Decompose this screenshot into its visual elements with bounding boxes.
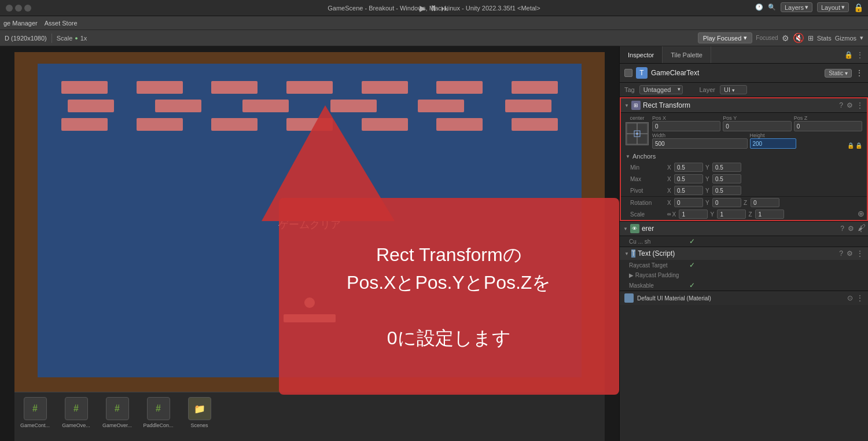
layers-dropdown[interactable]: Layers ▾ [781, 2, 812, 12]
layout-label: Layout [821, 4, 840, 11]
play-focused-button[interactable]: Play Focused ▾ [698, 32, 753, 43]
raycast-padding-row[interactable]: ▶ Raycast Padding [620, 270, 868, 280]
layers-label: Layers [785, 4, 804, 11]
file-icon-scenes: 📁 [188, 397, 211, 420]
file-item-gamecont[interactable]: # GameCont... [19, 397, 51, 428]
anchor-max-label: Max [630, 176, 665, 182]
more-options-icon[interactable]: ⋮ [856, 51, 863, 59]
display-selector[interactable]: D (1920x1080) [5, 35, 47, 42]
pos-z-input[interactable] [794, 121, 862, 131]
go-menu-button[interactable]: ⋮ [855, 68, 863, 78]
scale-z-input[interactable] [755, 210, 784, 219]
aspect-icon[interactable]: ⚙ [782, 34, 789, 43]
anchor-min-y-input[interactable] [712, 163, 741, 172]
paint-icon[interactable]: 🖌 [858, 223, 866, 232]
width-input[interactable] [652, 138, 748, 149]
tab-tile-palette[interactable]: Tile Palette [663, 46, 711, 63]
pause-button[interactable]: ⏸ [429, 3, 437, 13]
rot-z-input[interactable] [751, 198, 779, 207]
brick-row-1 [49, 81, 570, 94]
go-active-checkbox[interactable] [624, 69, 632, 77]
lock-panel-icon[interactable]: 🔒 [844, 51, 853, 59]
rot-x-input[interactable] [674, 198, 703, 207]
more-icon[interactable]: ⋮ [856, 101, 863, 109]
file-label-paddlecon: PaddleCon... [143, 422, 173, 428]
minimize-btn[interactable] [15, 5, 22, 12]
mute-icon[interactable]: 🔇 [793, 32, 804, 43]
stats-grid-icon[interactable]: ⊞ [808, 34, 814, 42]
pos-x-input[interactable] [652, 121, 720, 131]
lock-height-btn[interactable]: 🔒 [855, 142, 862, 149]
text-help-icon[interactable]: ? [839, 249, 843, 258]
layout-dropdown[interactable]: Layout ▾ [817, 2, 849, 12]
tab-inspector[interactable]: Inspector [620, 46, 663, 63]
scale-dot: ● [75, 35, 78, 41]
brick [137, 118, 183, 131]
raycast-padding-label: Raycast Padding [635, 272, 679, 278]
anchor-max-x-item: X [667, 174, 703, 183]
canvas-renderer-header[interactable]: ▼ 👁 erer ? ⚙ ⋮ [620, 222, 868, 236]
history-icon[interactable]: 🕐 [755, 3, 763, 11]
renderer-collapse-icon: ▼ [623, 226, 628, 231]
play-button[interactable]: ▶ [420, 3, 426, 13]
file-item-paddlecon[interactable]: # PaddleCon... [142, 397, 174, 428]
lock-width-btn[interactable]: 🔒 [847, 142, 854, 149]
height-input[interactable] [750, 138, 796, 149]
scale-value: 1x [80, 35, 87, 42]
tag-dropdown[interactable]: Untagged ▾ [639, 85, 683, 94]
material-options-icon[interactable]: ⋮ [856, 294, 863, 302]
scale-group: ∞ X Y Z [667, 210, 858, 219]
tag-chevron: ▾ [678, 86, 681, 92]
lock-icon[interactable]: 🔒 [854, 3, 863, 12]
gizmos-chevron: ▾ [860, 34, 863, 42]
search-icon[interactable]: 🔍 [768, 3, 776, 11]
anchor-max-x-input[interactable] [674, 174, 703, 183]
renderer-help-icon[interactable]: ? [840, 225, 844, 233]
anchor-widget[interactable] [626, 122, 649, 145]
settings-icon[interactable]: ⚙ [847, 101, 853, 109]
anchor-max-y-input[interactable] [712, 174, 741, 183]
text-title: Text (Script) [638, 249, 837, 258]
material-name[interactable]: Default UI Material (Material) [637, 295, 844, 302]
scale-y-input[interactable] [717, 210, 746, 219]
pivot-x-input[interactable] [674, 186, 703, 195]
text-settings-icon[interactable]: ⚙ [847, 249, 853, 258]
pos-y-input[interactable] [723, 121, 791, 131]
file-icon-gamecont: # [24, 397, 47, 420]
file-item-gameover2[interactable]: # GameOver... [101, 397, 133, 428]
maskable-checkmark: ✓ [689, 281, 695, 289]
tab-asset-store[interactable]: Asset Store [45, 20, 78, 27]
pivot-y-input[interactable] [712, 186, 741, 195]
anchors-header[interactable]: ▼ Anchors [621, 151, 867, 161]
go-name[interactable]: GameClearText [651, 69, 821, 77]
close-btn[interactable] [6, 5, 13, 12]
renderer-settings-icon[interactable]: ⚙ [848, 225, 854, 233]
width-field: Width [652, 133, 748, 149]
static-badge[interactable]: Static ▾ [825, 69, 852, 78]
material-more-icon[interactable]: ⊙ [847, 294, 853, 302]
inspector-content[interactable]: T GameClearText Static ▾ ⋮ Tag Untagged … [620, 64, 868, 441]
step-button[interactable]: ⏭ [441, 3, 449, 13]
brick [137, 81, 183, 94]
rot-y-input[interactable] [712, 198, 741, 207]
layer-dropdown[interactable]: UI ▾ [720, 85, 747, 94]
text-section-header[interactable]: ▼ T Text (Script) ? ⚙ ⋮ [620, 247, 868, 260]
add-component-icon[interactable]: ⊕ [858, 209, 866, 218]
brick [286, 81, 333, 94]
anchor-min-x-input[interactable] [674, 163, 703, 172]
static-label: Static [829, 70, 843, 76]
maximize-btn[interactable] [24, 5, 31, 12]
rotation-row: Rotation X Y Z [621, 197, 867, 208]
scale-x-input[interactable] [679, 210, 708, 219]
cull-checkmark: ✓ [689, 237, 695, 245]
stats-label[interactable]: Stats [817, 35, 832, 42]
svg-marker-0 [262, 105, 395, 221]
file-item-gameover1[interactable]: # GameOve... [60, 397, 92, 428]
file-item-scenes[interactable]: 📁 Scenes [183, 397, 215, 428]
text-more-icon[interactable]: ⋮ [856, 249, 863, 258]
gizmos-label[interactable]: Gizmos [835, 35, 856, 42]
text-section-icons: ? ⚙ ⋮ [839, 249, 863, 258]
help-icon[interactable]: ? [839, 101, 843, 109]
tab-ge-manager[interactable]: ge Manager [3, 20, 38, 27]
rect-transform-header[interactable]: ▼ ⊞ Rect Transform ? ⚙ ⋮ [621, 98, 867, 113]
